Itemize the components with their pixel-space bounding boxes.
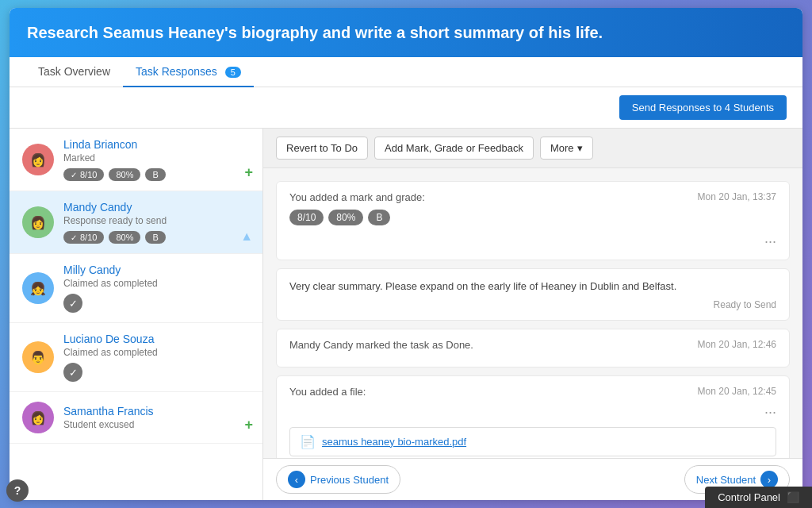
tabs-bar: Task Overview Task Responses 5 (10, 57, 802, 87)
event-label: You added a mark and grade: (289, 191, 425, 203)
file-icon: 📄 (300, 434, 316, 449)
tab-responses[interactable]: Task Responses 5 (123, 57, 254, 87)
event-block: Mandy Candy marked the task as Done. Mon… (276, 329, 790, 368)
response-detail-panel: Revert to To Do Add Mark, Grade or Feedb… (263, 129, 802, 500)
badge-grade: B (145, 168, 165, 181)
student-item[interactable]: 👧 Milly Candy Claimed as completed ✓ (10, 254, 262, 323)
plus-icon: + (244, 417, 253, 433)
student-name: Milly Candy (63, 264, 250, 276)
responses-badge: 5 (225, 67, 241, 78)
event-block: You added a mark and grade: Mon 20 Jan, … (276, 181, 790, 260)
event-block: You added a file: Mon 20 Jan, 12:45 ··· … (276, 375, 790, 459)
badge-check: ✓ 8/10 (63, 168, 104, 181)
grade-badge-letter: B (368, 210, 390, 225)
expand-icon: ⬛ (787, 491, 799, 503)
badge-check: ✓ 8/10 (63, 231, 104, 244)
grade-badge-mark: 8/10 (289, 210, 324, 225)
page-title: Research Seamus Heaney's biography and w… (27, 22, 785, 43)
comment-text: Very clear summary. Please expand on the… (289, 279, 776, 294)
revert-button[interactable]: Revert to To Do (276, 137, 368, 160)
student-name: Luciano De Souza (63, 333, 250, 345)
badge-percent: 80% (109, 168, 140, 181)
file-name: seamus heaney bio-marked.pdf (322, 436, 466, 448)
badge-grade: B (145, 231, 165, 244)
student-status: Student excused (63, 419, 250, 430)
student-name: Mandy Candy (63, 201, 250, 214)
student-name: Linda Briancon (63, 138, 250, 151)
avatar: 👩 (22, 402, 54, 433)
split-content: 👩 Linda Briancon Marked ✓ 8/10 80% B + (10, 129, 802, 500)
student-badges: ✓ 8/10 80% B (63, 231, 250, 244)
student-badges: ✓ (63, 363, 250, 382)
control-panel-label: Control Panel (718, 491, 780, 503)
student-status: Marked (63, 152, 250, 164)
check-badge: ✓ (63, 363, 82, 382)
avatar: 👨 (22, 341, 54, 373)
student-list: 👩 Linda Briancon Marked ✓ 8/10 80% B + (10, 129, 263, 500)
student-item[interactable]: 👩 Linda Briancon Marked ✓ 8/10 80% B + (10, 129, 262, 191)
event-time: Mon 20 Jan, 13:37 (698, 191, 776, 202)
tab-overview[interactable]: Task Overview (25, 57, 123, 87)
dots-menu[interactable]: ··· (289, 233, 776, 250)
check-badge: ✓ (63, 294, 82, 313)
plus-icon: + (244, 164, 253, 181)
more-button[interactable]: More ▾ (540, 137, 593, 160)
event-label: You added a file: (289, 386, 366, 398)
comment-block: Very clear summary. Please expand on the… (276, 268, 790, 321)
student-status: Claimed as completed (63, 347, 250, 358)
student-item[interactable]: 👨 Luciano De Souza Claimed as completed … (10, 323, 262, 392)
grade-badge-pct: 80% (328, 210, 363, 225)
avatar: 👩 (22, 144, 54, 175)
chevron-down-icon: ▾ (577, 142, 583, 154)
student-status: Response ready to send (63, 215, 250, 226)
avatar: 👩 (22, 206, 54, 238)
event-time: Mon 20 Jan, 12:46 (698, 339, 776, 350)
next-arrow-icon: › (760, 471, 778, 488)
header-bar: Research Seamus Heaney's biography and w… (10, 8, 802, 57)
top-toolbar: Send Responses to 4 Students (10, 87, 802, 129)
event-label: Mandy Candy marked the task as Done. (289, 339, 473, 351)
events-feed: You added a mark and grade: Mon 20 Jan, … (263, 168, 802, 458)
avatar: 👧 (22, 272, 54, 304)
prev-arrow-icon: ‹ (288, 471, 305, 488)
right-toolbar: Revert to To Do Add Mark, Grade or Feedb… (263, 129, 802, 168)
dots-menu[interactable]: ··· (289, 404, 776, 421)
event-time: Mon 20 Jan, 12:45 (698, 386, 776, 397)
student-badges: ✓ 8/10 80% B (63, 168, 250, 181)
ready-label: Ready to Send (289, 299, 776, 310)
add-mark-button[interactable]: Add Mark, Grade or Feedback (374, 137, 534, 160)
control-panel-bar[interactable]: Control Panel ⬛ (705, 487, 812, 508)
student-item[interactable]: 👩 Mandy Candy Response ready to send ✓ 8… (10, 191, 262, 254)
grade-badges: 8/10 80% B (289, 210, 776, 225)
scroll-up-icon: ▲ (240, 229, 253, 244)
help-button[interactable]: ? (6, 479, 29, 502)
send-responses-button[interactable]: Send Responses to 4 Students (619, 95, 787, 120)
badge-percent: 80% (109, 231, 140, 244)
student-item[interactable]: 👩 Samantha Francis Student excused + (10, 392, 262, 444)
student-status: Claimed as completed (63, 278, 250, 289)
file-attachment[interactable]: 📄 seamus heaney bio-marked.pdf (289, 427, 776, 456)
student-name: Samantha Francis (63, 405, 250, 418)
previous-student-button[interactable]: ‹ Previous Student (276, 465, 400, 494)
student-badges: ✓ (63, 294, 250, 313)
